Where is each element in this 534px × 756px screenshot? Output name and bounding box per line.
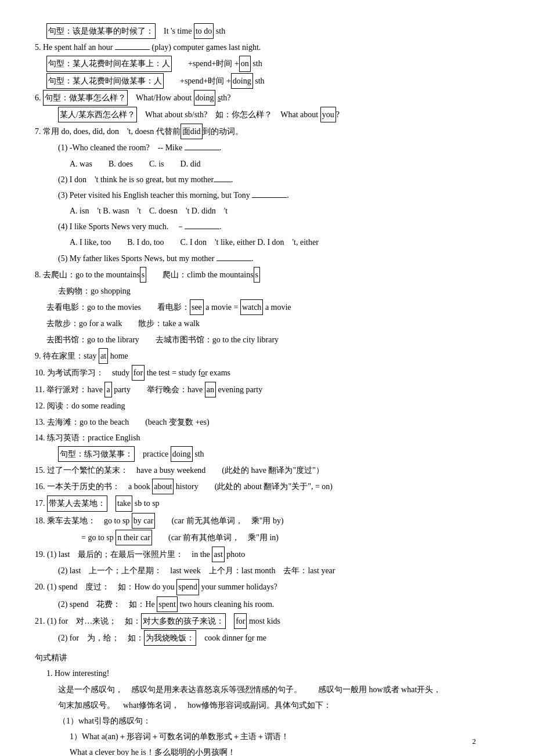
item-11: 11. 举行派对：have a party 举行晚会：have an eveni… <box>35 382 499 397</box>
blank-7-3 <box>252 197 287 198</box>
blank-7-2 <box>214 182 231 182</box>
pattern-label: 句型：该是做某事的时候了： It 's time to do sth <box>35 27 225 35</box>
item-13: 13. 去海滩：go to the beach (beach 变复数 +es) <box>35 415 499 429</box>
item-5-pattern2: 句型：某人花费时间做某事：人 +spend+时间 +doing sth <box>35 73 499 89</box>
section-title: 句式精讲 <box>35 650 499 665</box>
item-5: 5. He spent half an hour (play) computer… <box>35 40 499 55</box>
item-17: 17. 带某人去某地： take sb to sp <box>35 495 499 511</box>
item-7-3-choices: A. isn 't B. wasn 't C. doesn 't D. didn… <box>35 204 499 218</box>
item-8-library: 去图书馆：go to the library 去城市图书馆：go to the … <box>35 332 499 347</box>
juzi-1-desc2: 句末加感叹号。 what修饰名词， how修饰形容词或副词。具体句式如下： <box>35 698 499 712</box>
item-19: 19. (1) last 最后的；在最后一张照片里： in the ast ph… <box>35 547 499 562</box>
item-19-2: (2) last 上一个；上个星期： last week 上个月：last mo… <box>35 563 499 578</box>
blank-7-4 <box>185 229 219 229</box>
juzi-1-what: （1）what引导的感叹句： <box>35 714 499 728</box>
item-21: 21. (1) for 对…来说； 如：对大多数的孩子来说： for most … <box>35 613 499 629</box>
juzi-1-what-1: 1）What a(an)＋形容词＋可数名词的单数形式＋主语＋谓语！ <box>35 729 499 744</box>
item-10: 10. 为考试而学习： study for the test = study f… <box>35 365 499 381</box>
sentence-pattern-top: 句型：该是做某事的时候了： It 's time to do sth <box>35 23 499 39</box>
item-8: 8. 去爬山：go to the mountainss 爬山：climb the… <box>35 267 499 283</box>
item-20-2: (2) spend 花费： 如：He spent two hours clean… <box>35 596 499 612</box>
item-7-5: (5) My father likes Sports News, but my … <box>35 251 499 266</box>
item-8-movies: 去看电影：go to the movies 看电影：see a movie = … <box>35 299 499 315</box>
item-14-pattern: 句型：练习做某事： practice doing sth <box>35 446 499 462</box>
blank-5 <box>115 49 150 50</box>
item-18: 18. 乘车去某地： go to sp by car (car 前无其他单词， … <box>35 513 499 529</box>
juzi-1: 1. How interesting! <box>35 666 499 681</box>
item-12: 12. 阅读：do some reading <box>35 399 499 413</box>
item-8-walk: 去散步：go for a walk 散步：take a walk <box>35 316 499 331</box>
item-15: 15. 过了一个繁忙的某末： have a busy weekend (此处的 … <box>35 463 499 478</box>
juzi-1-what-example: What a clever boy he is！多么聪明的小男孩啊！ <box>35 745 499 756</box>
item-6-sub: 某人/某东西怎么样？ What about sb/sth? 如：你怎么样？ Wh… <box>35 107 499 122</box>
item-16: 16. 一本关于历史的书： a book about history (此处的 … <box>35 479 499 494</box>
item-20: 20. (1) spend 度过： 如：How do you spend you… <box>35 579 499 595</box>
juzi-1-desc: 这是一个感叹句， 感叹句是用来表达喜怒哀乐等强烈情感的句子。 感叹句一般用 ho… <box>35 682 499 697</box>
item-7-4-choices: A. I like, too B. I do, too C. I don 't … <box>35 235 499 249</box>
item-9: 9. 待在家里：stay at home <box>35 348 499 364</box>
item-7-1-choices: A. was B. does C. is D. did <box>35 157 499 171</box>
blank-7-5 <box>217 261 251 261</box>
item-7-4: (4) I like Sports News very much. －. <box>35 219 499 234</box>
item-7-2: (2) I don 't think he is so great, but m… <box>35 172 499 187</box>
item-21-2: (2) for 为，给； 如：为我烧晚饭： cook dinner for me <box>35 630 499 646</box>
item-6: 6. 句型：做某事怎么样？ What/How about doing sth? <box>35 90 499 106</box>
page-number: 2 <box>472 735 477 748</box>
item-18-sub: = go to sp n their car (car 前有其他单词， 乘"用 … <box>35 530 499 545</box>
item-8-shopping: 去购物：go shopping <box>35 284 499 298</box>
blank-7-1 <box>185 150 219 150</box>
item-14: 14. 练习英语：practice English <box>35 431 499 445</box>
item-7-1: (1) -Who cleaned the room? -- Mike . <box>35 140 499 155</box>
item-7-3: (3) Peter visited his English teacher th… <box>35 188 499 202</box>
item-5-pattern1: 句型：某人花费时间在某事上：人 +spend+时间 +on sth <box>35 56 499 71</box>
item-7: 7. 常用 do, does, did, don 't, doesn 代替前面d… <box>35 124 499 139</box>
